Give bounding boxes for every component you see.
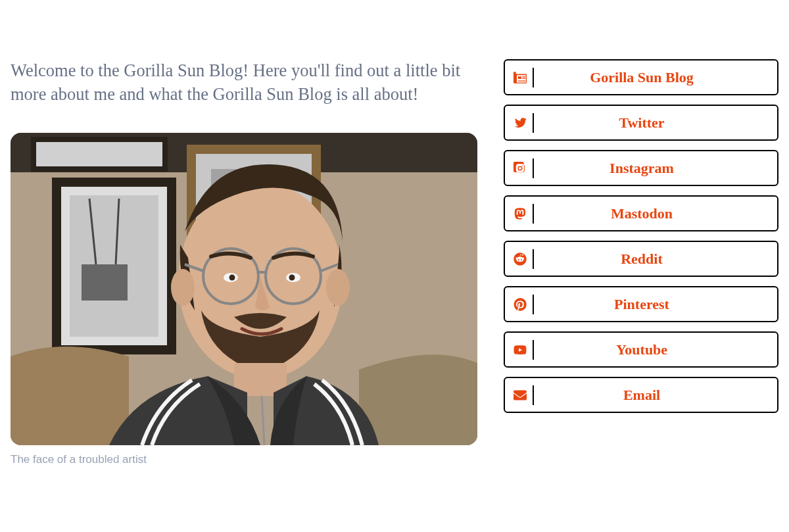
- link-pinterest[interactable]: Pinterest: [504, 286, 778, 322]
- divider: [533, 385, 534, 405]
- reddit-icon: [513, 253, 527, 266]
- link-label: Email: [540, 387, 769, 404]
- author-photo: [11, 133, 477, 445]
- divider: [533, 295, 534, 314]
- twitter-icon: [513, 116, 527, 130]
- mastodon-icon: [513, 207, 527, 220]
- author-photo-figure: The face of a troubled artist: [11, 133, 477, 466]
- divider: [533, 158, 534, 178]
- divider: [533, 68, 534, 87]
- link-email[interactable]: Email: [504, 377, 778, 413]
- link-label: Reddit: [540, 251, 769, 268]
- link-mastodon[interactable]: Mastodon: [504, 195, 778, 231]
- intro-text: Welcome to the Gorilla Sun Blog! Here yo…: [11, 59, 477, 107]
- youtube-icon: [513, 343, 527, 356]
- link-reddit[interactable]: Reddit: [504, 241, 778, 277]
- newspaper-icon: [513, 71, 527, 84]
- link-blog[interactable]: Gorilla Sun Blog: [504, 59, 778, 95]
- link-label: Youtube: [540, 341, 769, 358]
- link-label: Twitter: [540, 114, 769, 132]
- instagram-icon: [513, 162, 527, 175]
- divider: [533, 113, 534, 133]
- divider: [533, 249, 534, 269]
- divider: [533, 340, 534, 360]
- link-label: Pinterest: [540, 296, 769, 313]
- social-links: Gorilla Sun Blog Twitter Instagram: [504, 59, 778, 413]
- link-label: Instagram: [540, 160, 769, 177]
- divider: [533, 204, 534, 224]
- email-icon: [513, 389, 527, 402]
- link-label: Mastodon: [540, 205, 769, 222]
- svg-rect-24: [11, 133, 477, 445]
- link-youtube[interactable]: Youtube: [504, 331, 778, 368]
- link-twitter[interactable]: Twitter: [504, 105, 778, 141]
- link-label: Gorilla Sun Blog: [540, 69, 769, 86]
- pinterest-icon: [513, 298, 527, 311]
- photo-caption: The face of a troubled artist: [11, 453, 477, 466]
- link-instagram[interactable]: Instagram: [504, 150, 778, 186]
